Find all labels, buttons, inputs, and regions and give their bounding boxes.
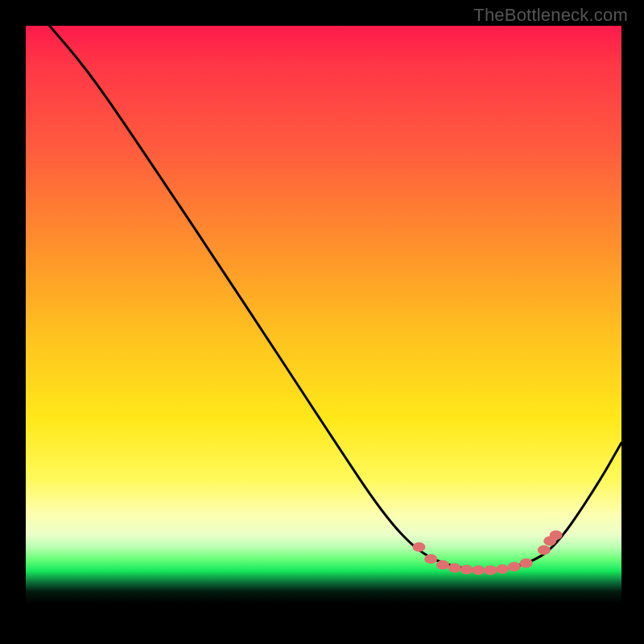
chart-frame: TheBottleneck.com (0, 0, 644, 644)
marker-dot (538, 545, 551, 555)
marker-dot (496, 564, 509, 574)
marker-dot (508, 562, 521, 572)
marker-dot (460, 565, 473, 575)
watermark-text: TheBottleneck.com (473, 5, 628, 26)
marker-dot (484, 565, 497, 575)
marker-dot (550, 530, 563, 540)
marker-dot (472, 565, 485, 575)
marker-dot (520, 558, 533, 568)
plot-area (26, 26, 621, 621)
chart-svg (26, 26, 621, 621)
marker-dot (448, 563, 461, 572)
marker-group (412, 530, 562, 576)
marker-dot (412, 543, 425, 552)
marker-dot (436, 560, 449, 570)
marker-dot (424, 554, 437, 564)
bottleneck-curve (50, 26, 621, 570)
